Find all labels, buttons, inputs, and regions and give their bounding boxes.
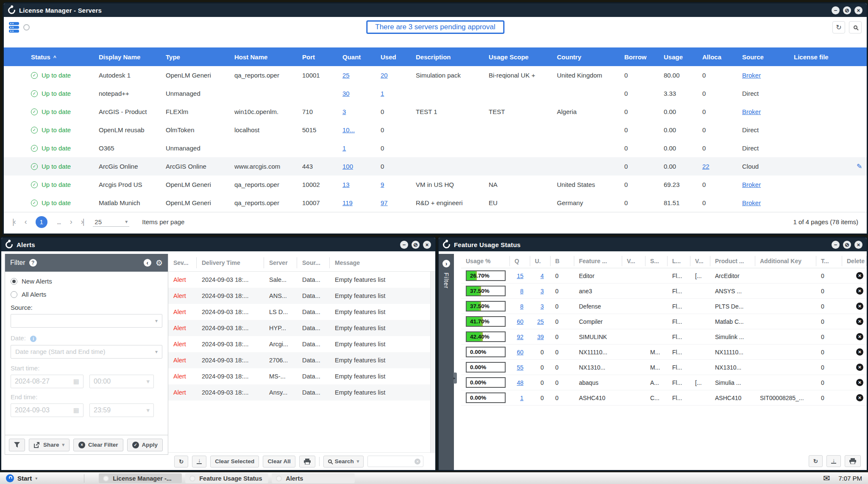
column-header-delivery-time[interactable]: Delivery Time (197, 257, 264, 268)
alert-row[interactable]: Alert2024-09-03 18:...MS-...Data...Empty… (168, 368, 435, 384)
prev-page-icon[interactable]: ‹ (25, 217, 26, 226)
column-header-sour[interactable]: Sour... (297, 257, 330, 268)
column-header-additional-key[interactable]: Additional Key (755, 256, 816, 266)
source-link[interactable]: Broker (742, 72, 761, 79)
column-header-country[interactable]: Country (557, 53, 624, 61)
column-header-server[interactable]: Server (264, 257, 297, 268)
column-header-usage-scope[interactable]: Usage Scope (489, 53, 557, 61)
alert-row[interactable]: Alert2024-09-03 18:...2706...Data...Empt… (168, 352, 435, 368)
column-header-display-name[interactable]: Display Name (99, 53, 166, 61)
column-header-u[interactable]: U. (530, 256, 551, 266)
table-row[interactable]: ✓Up to dateAutodesk 1OpenLM Generiqa_rep… (4, 66, 867, 84)
quantity-link[interactable]: 55 (517, 364, 523, 371)
splitter-handle[interactable]: ▸ (453, 373, 457, 384)
items-per-page-select[interactable]: 25 ▾ (93, 217, 129, 227)
download-button[interactable]: ↓ (192, 456, 206, 467)
page-ellipsis[interactable]: ... (57, 217, 61, 226)
delete-icon[interactable]: ✕ (856, 333, 863, 340)
column-header-quant[interactable]: Quant (342, 53, 381, 61)
quantity-link[interactable]: 30 (342, 90, 350, 97)
feature-row[interactable]: 37.50%830DefenseFl...PLTS De...0✕ (461, 299, 867, 314)
column-header-l[interactable]: L... (668, 256, 690, 266)
quantity-link[interactable]: 60 (517, 349, 523, 356)
column-header-port[interactable]: Port (302, 53, 342, 61)
column-header-status[interactable]: Status^ (31, 53, 99, 61)
info-icon[interactable]: i (30, 336, 36, 342)
servers-icon[interactable] (9, 22, 19, 33)
allocated-link[interactable]: 22 (702, 163, 709, 170)
column-header-s[interactable]: S... (645, 256, 668, 266)
refresh-button[interactable]: ↻ (832, 21, 845, 33)
column-header-borrow[interactable]: Borrow (624, 53, 664, 61)
source-link[interactable]: Broker (742, 181, 761, 188)
column-header-sev[interactable]: Sev... (168, 257, 197, 268)
maximize-icon[interactable]: ⊘ (843, 6, 851, 14)
alert-row[interactable]: Alert2024-09-03 18:...Arcgi...Data...Emp… (168, 336, 435, 352)
column-header-v[interactable]: V... (690, 256, 710, 266)
start-date-input[interactable]: 2024-08-27 ▦ (11, 375, 83, 388)
quantity-link[interactable]: 10... (342, 126, 355, 134)
feature-row[interactable]: 37.50%830ane3Fl...ANSYS ...0✕ (461, 284, 867, 299)
used-link[interactable]: 1 (381, 90, 384, 97)
gear-icon[interactable]: ⚙ (156, 258, 163, 268)
alert-row[interactable]: Alert2024-09-03 18:...HYP...Data...Empty… (168, 320, 435, 336)
collapse-panel-icon[interactable]: ‹ (144, 259, 151, 267)
feature-row[interactable]: 0.00%6000NX11110...M...Fl...NX11110...0✕ (461, 345, 867, 360)
minimize-icon[interactable]: − (832, 241, 840, 249)
used-link[interactable]: 39 (537, 334, 544, 340)
feature-row[interactable]: 26.70%1540EditorFl...[...ArcEditor0✕ (461, 268, 867, 284)
quantity-link[interactable]: 100 (342, 163, 353, 170)
share-button[interactable]: Share ▾ (29, 439, 70, 451)
search-input[interactable]: × (367, 456, 423, 467)
source-link[interactable]: Broker (742, 108, 761, 115)
close-icon[interactable]: × (854, 241, 862, 249)
end-time-input[interactable]: 23:59 ▾ (89, 403, 154, 417)
refresh-button[interactable]: ↻ (174, 456, 188, 467)
column-header-license-file[interactable]: License file (794, 53, 857, 61)
used-link[interactable]: 9 (381, 181, 384, 188)
column-header-usage[interactable]: Usage (664, 53, 702, 61)
column-header-b[interactable]: B (551, 256, 574, 266)
quantity-link[interactable]: 48 (517, 379, 523, 386)
column-header-t[interactable]: T... (816, 256, 842, 266)
funnel-filter-button[interactable] (9, 439, 25, 451)
quantity-link[interactable]: 8 (520, 288, 523, 295)
quantity-link[interactable]: 60 (517, 318, 523, 325)
download-button[interactable]: ↓ (826, 455, 841, 467)
quantity-link[interactable]: 119 (342, 199, 353, 206)
edit-pencil-icon[interactable]: ✎ (857, 163, 862, 170)
alert-row[interactable]: Alert2024-09-03 18:...ANS...Data...Empty… (168, 288, 435, 304)
first-page-icon[interactable]: |‹ (12, 217, 15, 226)
column-header-feature[interactable]: Feature ... (574, 256, 622, 266)
apply-button[interactable]: ✓ Apply (127, 439, 163, 451)
print-button[interactable] (299, 456, 315, 467)
feature-row[interactable]: 42.40%92390SIMULINKFl...Simulink ...0✕ (461, 329, 867, 345)
table-row[interactable]: ✓Up to datenotepad++Unmanaged30103.330Di… (4, 84, 867, 103)
search-button[interactable] (849, 21, 862, 33)
calendar-icon[interactable]: ▦ (73, 378, 79, 385)
mail-icon[interactable]: ✉ (823, 473, 830, 483)
help-icon[interactable]: ? (29, 259, 37, 267)
taskbar-item-feature-usage-status[interactable]: Feature Usage Status (185, 473, 268, 483)
end-date-input[interactable]: 2024-09-03 ▦ (11, 403, 83, 417)
column-header-host-name[interactable]: Host Name (234, 53, 302, 61)
column-header-message[interactable]: Message (330, 257, 435, 268)
column-header-alloca[interactable]: Alloca (702, 53, 742, 61)
table-row[interactable]: ✓Up to dateArcGis OnlineArcGIS Onlinewww… (4, 157, 867, 175)
column-header-type[interactable]: Type (166, 53, 234, 61)
refresh-button[interactable]: ↻ (809, 455, 823, 467)
source-select[interactable]: ▾ (11, 314, 162, 328)
minimize-icon[interactable]: − (832, 6, 840, 14)
column-header-product[interactable]: Product ... (710, 256, 755, 266)
column-header-source[interactable]: Source (742, 53, 794, 61)
delete-icon[interactable]: ✕ (856, 348, 863, 356)
used-link[interactable]: 25 (537, 318, 544, 325)
alert-row[interactable]: Alert2024-09-03 18:...LS D...Data...Empt… (168, 304, 435, 320)
delete-icon[interactable]: ✕ (856, 272, 863, 279)
table-row[interactable]: ✓Up to dateMatlab MunichOpenLM Generiqa_… (4, 194, 867, 212)
alert-row[interactable]: Alert2024-09-03 18:...Sale...Data...Empt… (168, 272, 435, 288)
source-link[interactable]: Broker (742, 199, 761, 206)
radio-all-alerts[interactable]: All Alerts (11, 291, 162, 298)
table-row[interactable]: ✓Up to dateArcGIS - ProductFLEXlmwin10c.… (4, 103, 867, 121)
clear-filter-button[interactable]: × Clear Filter (73, 439, 123, 451)
